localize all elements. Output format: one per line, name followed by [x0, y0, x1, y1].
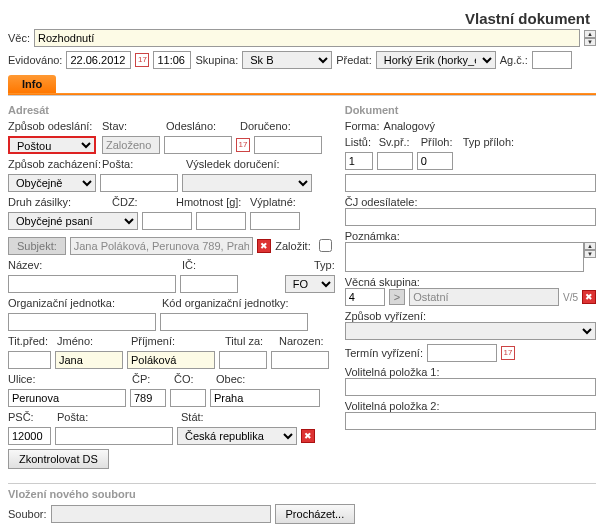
- stav-input: [102, 136, 160, 154]
- zpusob-vyrizeni-label: Způsob vyřízení:: [345, 310, 596, 322]
- typ-label: Typ:: [314, 259, 335, 271]
- priloh-input[interactable]: [417, 152, 453, 170]
- clear-icon[interactable]: ✖: [301, 429, 315, 443]
- tit-pred-label: Tit.před:: [8, 335, 48, 347]
- kod-org-input[interactable]: [160, 313, 308, 331]
- typ-priloh-input[interactable]: [345, 174, 596, 192]
- prijmeni-label: Příjmení:: [131, 335, 175, 347]
- calendar-icon[interactable]: 17: [236, 138, 250, 152]
- psc-input[interactable]: [8, 427, 51, 445]
- calendar-icon[interactable]: 17: [135, 53, 149, 67]
- cdz-input[interactable]: [142, 212, 192, 230]
- hmotnost-input[interactable]: [196, 212, 246, 230]
- subjekt-button[interactable]: Subjekt:: [8, 237, 66, 255]
- co-input[interactable]: [170, 389, 206, 407]
- zalozit-checkbox[interactable]: [319, 239, 332, 252]
- org-input[interactable]: [8, 313, 156, 331]
- zpusob-vyrizeni-select[interactable]: [345, 322, 596, 340]
- hmotnost-label: Hmotnost [g]:: [176, 196, 241, 208]
- vecna-lookup-button[interactable]: >: [389, 289, 405, 305]
- typ-select[interactable]: FO: [285, 275, 335, 293]
- posta-label: Pošta:: [102, 158, 133, 170]
- odeslano-label: Odesláno:: [166, 120, 216, 132]
- clear-icon[interactable]: ✖: [582, 290, 596, 304]
- doruceno-label: Doručeno:: [240, 120, 291, 132]
- prijmeni-input[interactable]: [127, 351, 215, 369]
- vec-stepper[interactable]: ▲▼: [584, 30, 596, 46]
- vyplatne-input[interactable]: [250, 212, 300, 230]
- evidovano-time-input[interactable]: [153, 51, 191, 69]
- ic-input[interactable]: [180, 275, 238, 293]
- evidovano-label: Evidováno:: [8, 54, 62, 66]
- skupina-select[interactable]: Sk B: [242, 51, 332, 69]
- ulice-label: Ulice:: [8, 373, 36, 385]
- zalozit-label: Založit:: [275, 240, 310, 252]
- vysledek-select[interactable]: [182, 174, 312, 192]
- narozen-input[interactable]: [271, 351, 329, 369]
- odeslano-input[interactable]: [164, 136, 232, 154]
- titul-za-input[interactable]: [219, 351, 267, 369]
- nazev-label: Název:: [8, 259, 42, 271]
- vol1-label: Volitelná položka 1:: [345, 366, 596, 378]
- adresat-title: Adresát: [8, 104, 335, 116]
- stat-select[interactable]: Česká republika: [177, 427, 297, 445]
- tit-pred-input[interactable]: [8, 351, 51, 369]
- svpr-label: Sv.př.:: [379, 136, 410, 148]
- poznamka-input[interactable]: [345, 242, 584, 272]
- cp-input[interactable]: [130, 389, 166, 407]
- co-label: ČO:: [174, 373, 194, 385]
- druh-select[interactable]: Obyčejné psaní: [8, 212, 138, 230]
- zpusob-odeslani-select[interactable]: Poštou: [8, 136, 96, 154]
- vecna-code-text: V/5: [563, 292, 578, 303]
- cj-label: ČJ odesílatele:: [345, 196, 596, 208]
- subjekt-input: [70, 237, 253, 255]
- vec-input[interactable]: [34, 29, 580, 47]
- narozen-label: Narozen:: [279, 335, 324, 347]
- svpr-input[interactable]: [377, 152, 413, 170]
- listu-label: Listů:: [345, 136, 371, 148]
- vol1-input[interactable]: [345, 378, 596, 396]
- vol2-input[interactable]: [345, 412, 596, 430]
- jmeno-label: Jméno:: [57, 335, 93, 347]
- forma-label: Forma:: [345, 120, 380, 132]
- zpusob-zachazeni-select[interactable]: Obyčejně: [8, 174, 96, 192]
- doruceno-input[interactable]: [254, 136, 322, 154]
- agc-label: Ag.č.:: [500, 54, 528, 66]
- jmeno-input[interactable]: [55, 351, 123, 369]
- poznamka-stepper[interactable]: ▲▼: [584, 242, 596, 272]
- psc-label: PSČ:: [8, 411, 34, 423]
- poznamka-label: Poznámka:: [345, 230, 596, 242]
- clear-icon[interactable]: ✖: [257, 239, 271, 253]
- termin-label: Termín vyřízení:: [345, 347, 423, 359]
- kod-org-label: Kód organizační jednotky:: [162, 297, 289, 309]
- posta2-input[interactable]: [55, 427, 173, 445]
- posta-input[interactable]: [100, 174, 178, 192]
- termin-input[interactable]: [427, 344, 497, 362]
- listu-input[interactable]: [345, 152, 373, 170]
- stat-label: Stát:: [181, 411, 204, 423]
- tab-info[interactable]: Info: [8, 75, 56, 93]
- vecna-label: Věcná skupina:: [345, 276, 596, 288]
- vecna-code-input[interactable]: [345, 288, 385, 306]
- agc-input[interactable]: [532, 51, 572, 69]
- obec-label: Obec:: [216, 373, 245, 385]
- ulice-input[interactable]: [8, 389, 126, 407]
- posta2-label: Pošta:: [57, 411, 88, 423]
- stav-label: Stav:: [102, 120, 127, 132]
- nazev-input[interactable]: [8, 275, 176, 293]
- cj-input[interactable]: [345, 208, 596, 226]
- priloh-label: Příloh:: [421, 136, 453, 148]
- druh-label: Druh zásilky:: [8, 196, 71, 208]
- zkontrolovat-button[interactable]: Zkontrolovat DS: [8, 449, 109, 469]
- predat-select[interactable]: Horký Erik (horky_erik): [376, 51, 496, 69]
- vec-label: Věc:: [8, 32, 30, 44]
- prochazet-button[interactable]: Procházet...: [275, 504, 356, 524]
- upload-title: Vložení nového souboru: [8, 488, 596, 500]
- typ-priloh-label: Typ příloh:: [463, 136, 514, 148]
- titul-za-label: Titul za:: [225, 335, 263, 347]
- calendar-icon[interactable]: 17: [501, 346, 515, 360]
- evidovano-date-input[interactable]: [66, 51, 131, 69]
- soubor-input: [51, 505, 271, 523]
- obec-input[interactable]: [210, 389, 320, 407]
- soubor-label: Soubor:: [8, 508, 47, 520]
